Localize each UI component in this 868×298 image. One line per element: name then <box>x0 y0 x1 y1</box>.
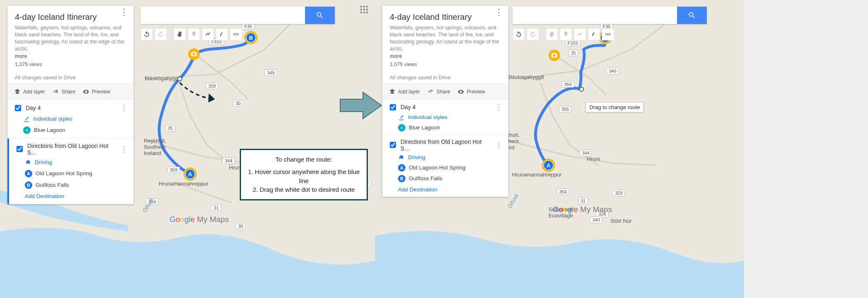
draw-line-tool[interactable] <box>202 28 214 41</box>
add-destination-button[interactable]: Add Destination <box>25 193 128 199</box>
layer-name[interactable]: Day 4 <box>401 104 492 110</box>
map-title: 4-day Iceland Itinerary <box>15 12 126 22</box>
style-link[interactable]: Individual styles <box>398 114 503 121</box>
map-toolbar <box>513 28 614 41</box>
place-label: Bláskógabygg <box>145 76 179 82</box>
layer-visibility-checkbox[interactable] <box>15 105 21 111</box>
road-shield: 35 <box>568 50 578 56</box>
callout-step: 1. Hover cursor anywhere along the blue … <box>247 167 361 186</box>
search-bar <box>513 7 707 24</box>
undo-button[interactable] <box>141 28 153 41</box>
directions-tool[interactable] <box>216 28 228 41</box>
road-shield: 358 <box>562 81 574 88</box>
search-bar <box>141 7 335 24</box>
layer-name[interactable]: Day 4 <box>26 105 117 111</box>
route-drag-handle[interactable] <box>579 87 584 92</box>
layer-day4: Day 4 ⋮ Individual styles ≡Blue Lagoon <box>7 100 134 138</box>
place-item[interactable]: ≡Blue Lagoon <box>23 126 128 134</box>
search-button[interactable] <box>305 7 335 24</box>
road-shield: 359 <box>167 167 180 173</box>
map-toolbar <box>141 28 242 41</box>
pan-tool[interactable] <box>174 28 186 41</box>
style-link[interactable]: Individual styles <box>23 116 128 122</box>
place-label: Hrunamannahreppur <box>512 172 562 178</box>
sidebar-panel: ⋮ 4-day Iceland Itinerary Waterfalls, ge… <box>7 6 134 204</box>
waypoint-a[interactable]: A <box>542 159 555 172</box>
add-marker-tool[interactable] <box>188 28 200 41</box>
add-destination-button[interactable]: Add Destination <box>398 186 503 193</box>
google-mymaps-logo: Google My Maps <box>553 205 612 214</box>
road-shield: 30 <box>236 223 246 229</box>
layer-visibility-checkbox[interactable] <box>17 146 23 152</box>
place-label: Hrunamannahreppur <box>159 181 208 187</box>
place-label: Reykholt, Southern Iceland <box>144 138 166 157</box>
redo-button[interactable] <box>155 28 167 41</box>
sidebar-panel: ⋮ 4-day Iceland Itinerary Waterfalls, ge… <box>382 6 508 197</box>
road-shield: 349 <box>606 68 619 74</box>
travel-mode[interactable]: Driving <box>25 159 128 166</box>
waypoint-b[interactable]: B <box>244 31 258 44</box>
search-input[interactable] <box>141 7 305 24</box>
draw-line-tool[interactable] <box>574 28 586 41</box>
waypoint-a-item[interactable]: AOld Lagoon Hot Spring <box>25 170 128 177</box>
road-shield: 358 <box>206 83 218 89</box>
preview-button[interactable]: Preview <box>83 88 110 95</box>
search-input[interactable] <box>513 7 677 24</box>
add-layer-button[interactable]: Add layer <box>14 88 45 95</box>
layer-visibility-checkbox[interactable] <box>390 142 396 148</box>
description-more-link[interactable]: more <box>390 53 501 59</box>
undo-button[interactable] <box>513 28 525 41</box>
place-item[interactable]: ≡Blue Lagoon <box>398 124 503 131</box>
photo-pin[interactable] <box>188 48 200 60</box>
place-label: Bláskógabyggð <box>507 74 544 81</box>
road-shield: F333 <box>565 40 580 46</box>
layer-name[interactable]: Directions from Old Lagoon Hot S… <box>27 143 117 156</box>
description-more-link[interactable]: more <box>15 53 126 59</box>
share-button[interactable]: Share <box>52 88 75 95</box>
measure-tool[interactable] <box>602 28 614 41</box>
svg-rect-3 <box>234 33 238 35</box>
road-shield: 344 <box>222 157 235 164</box>
layer-directions: Directions from Old Lagoon Hot S… ⋮ Driv… <box>382 135 508 197</box>
add-marker-tool[interactable] <box>560 28 572 41</box>
callout-title: To change the route: <box>247 155 361 164</box>
apps-grid-icon[interactable] <box>360 6 368 13</box>
place-label: Hruni <box>587 156 600 162</box>
map-description: Waterfalls, geysers, hot springs, volcan… <box>390 24 501 52</box>
redo-button[interactable] <box>527 28 539 41</box>
view-count: 1,075 views <box>390 62 501 67</box>
instruction-callout: To change the route: 1. Hover cursor any… <box>240 149 368 200</box>
road-shield: F35 <box>242 23 255 30</box>
measure-tool[interactable] <box>230 28 242 41</box>
search-button[interactable] <box>677 7 707 24</box>
svg-rect-4 <box>606 33 610 35</box>
road-shield: 329 <box>613 190 625 196</box>
share-button[interactable]: Share <box>427 88 450 95</box>
road-shield: 349 <box>265 69 277 76</box>
place-label: Stóri Núr <box>610 218 632 224</box>
road-shield: 31 <box>211 205 221 211</box>
map-title: 4-day Iceland Itinerary <box>390 12 501 22</box>
add-layer-button[interactable]: Add layer <box>389 88 420 95</box>
photo-pin[interactable] <box>548 50 560 61</box>
layer-day4: Day 4 ⋮ Individual styles ≡Blue Lagoon <box>382 100 508 135</box>
travel-mode[interactable]: Driving <box>398 154 503 161</box>
road-shield: 30 <box>233 100 243 107</box>
road-shield: 356 <box>559 106 571 112</box>
waypoint-a[interactable]: A <box>184 167 197 181</box>
transition-arrow-icon <box>338 89 384 122</box>
waypoint-b-item[interactable]: BGullfoss Falls <box>398 175 503 182</box>
save-status: All changes saved in Drive <box>390 75 501 81</box>
layer-name[interactable]: Directions from Old Lagoon Hot S… <box>401 138 492 152</box>
layer-directions: Directions from Old Lagoon Hot S… ⋮ Driv… <box>7 138 134 204</box>
directions-tool[interactable] <box>588 28 600 41</box>
layer-visibility-checkbox[interactable] <box>390 104 396 110</box>
waypoint-b-item[interactable]: BGullfoss Falls <box>25 181 128 189</box>
map-description: Waterfalls, geysers, hot springs, volcan… <box>15 24 126 52</box>
save-status: All changes saved in Drive <box>15 75 126 81</box>
waypoint-a-item[interactable]: AOld Lagoon Hot Spring <box>398 164 503 172</box>
pan-tool[interactable] <box>546 28 558 41</box>
view-count: 1,075 views <box>15 62 126 67</box>
drag-route-tooltip: Drag to change route <box>586 102 644 112</box>
preview-button[interactable]: Preview <box>458 88 485 95</box>
